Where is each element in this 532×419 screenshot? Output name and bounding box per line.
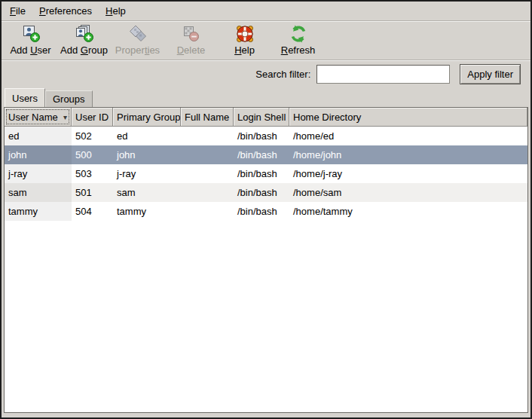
table-empty-area xyxy=(5,221,527,412)
cell-home-directory: /home/sam xyxy=(289,183,527,202)
column-header-home-directory[interactable]: Home Directory xyxy=(289,108,527,127)
cell-login-shell: /bin/bash xyxy=(234,145,289,164)
cell-primary-group: j-ray xyxy=(113,164,181,183)
cell-login-shell: /bin/bash xyxy=(234,202,289,221)
table-row-j-ray[interactable]: j-ray 503 j-ray /bin/bash /home/j-ray xyxy=(5,164,527,183)
cell-user-id: 503 xyxy=(72,164,113,183)
menu-file[interactable]: File xyxy=(3,2,32,20)
refresh-label: Refresh xyxy=(281,44,316,56)
cell-user-id: 502 xyxy=(72,127,113,145)
add-user-label: Add User xyxy=(10,44,50,56)
user-manager-window: File Preferences Help Add User xyxy=(0,0,532,419)
table-row-sam[interactable]: sam 501 sam /bin/bash /home/sam xyxy=(5,183,527,202)
cell-login-shell: /bin/bash xyxy=(234,183,289,202)
cell-full-name xyxy=(181,183,234,202)
help-label: Help xyxy=(234,44,255,56)
menubar: File Preferences Help xyxy=(2,2,530,21)
column-header-user-id[interactable]: User ID xyxy=(72,108,113,127)
user-list-panel: User Name ▾ User ID Primary Group Full N… xyxy=(4,107,528,413)
tab-users[interactable]: Users xyxy=(5,88,45,107)
search-filter-input[interactable] xyxy=(316,65,450,84)
column-header-user-name[interactable]: User Name ▾ xyxy=(5,108,72,127)
cell-home-directory: /home/ed xyxy=(289,127,527,145)
cell-login-shell: /bin/bash xyxy=(234,127,289,145)
cell-full-name xyxy=(181,164,234,183)
cell-user-name: sam xyxy=(5,183,72,202)
add-user-button[interactable]: Add User xyxy=(4,23,57,59)
cell-primary-group: sam xyxy=(113,183,181,202)
cell-user-name: tammy xyxy=(5,202,72,221)
cell-primary-group: john xyxy=(113,145,181,164)
properties-label: Properties xyxy=(115,44,160,56)
cell-user-name: ed xyxy=(5,127,72,145)
column-header-primary-group[interactable]: Primary Group xyxy=(113,108,181,127)
cell-full-name xyxy=(181,145,234,164)
cell-user-id: 500 xyxy=(72,145,113,164)
refresh-icon xyxy=(289,24,308,44)
cell-full-name xyxy=(181,202,234,221)
add-user-icon xyxy=(21,24,41,44)
menu-preferences[interactable]: Preferences xyxy=(32,2,99,20)
menu-help[interactable]: Help xyxy=(99,2,133,20)
apply-filter-button[interactable]: Apply filter xyxy=(460,64,521,84)
tab-groups[interactable]: Groups xyxy=(45,90,93,107)
properties-icon xyxy=(128,24,148,44)
help-button[interactable]: Help xyxy=(218,23,271,59)
filter-bar: Search filter: Apply filter xyxy=(2,60,530,88)
column-header-login-shell[interactable]: Login Shell xyxy=(234,108,289,127)
table-header: User Name ▾ User ID Primary Group Full N… xyxy=(5,108,527,127)
column-header-label: User Name xyxy=(8,112,58,123)
cell-primary-group: ed xyxy=(113,127,181,145)
add-group-label: Add Group xyxy=(60,44,108,56)
column-header-full-name[interactable]: Full Name xyxy=(181,108,234,127)
properties-button: Properties xyxy=(111,23,164,59)
cell-user-name: john xyxy=(5,145,72,164)
help-icon xyxy=(235,24,255,44)
sort-arrow-icon: ▾ xyxy=(60,113,67,121)
cell-home-directory: /home/j-ray xyxy=(289,164,527,183)
cell-home-directory: /home/tammy xyxy=(289,202,527,221)
add-group-icon xyxy=(75,24,94,44)
cell-full-name xyxy=(181,127,234,145)
add-group-button[interactable]: Add Group xyxy=(57,23,111,59)
tab-bar: Users Groups xyxy=(2,88,530,107)
table-row-ed[interactable]: ed 502 ed /bin/bash /home/ed xyxy=(5,127,527,145)
cell-primary-group: tammy xyxy=(113,202,181,221)
cell-home-directory: /home/john xyxy=(289,145,527,164)
table-row-john-selected[interactable]: john 500 john /bin/bash /home/john xyxy=(5,145,527,164)
toolbar: Add User Add Group xyxy=(2,21,530,60)
delete-button: Delete xyxy=(164,23,218,59)
cell-login-shell: /bin/bash xyxy=(234,164,289,183)
table-row-tammy[interactable]: tammy 504 tammy /bin/bash /home/tammy xyxy=(5,202,527,221)
refresh-button[interactable]: Refresh xyxy=(271,23,325,59)
search-filter-label: Search filter: xyxy=(255,69,310,80)
cell-user-name: j-ray xyxy=(5,164,72,183)
cell-user-id: 501 xyxy=(72,183,113,202)
delete-icon xyxy=(182,24,201,44)
cell-user-id: 504 xyxy=(72,202,113,221)
delete-label: Delete xyxy=(177,44,206,56)
